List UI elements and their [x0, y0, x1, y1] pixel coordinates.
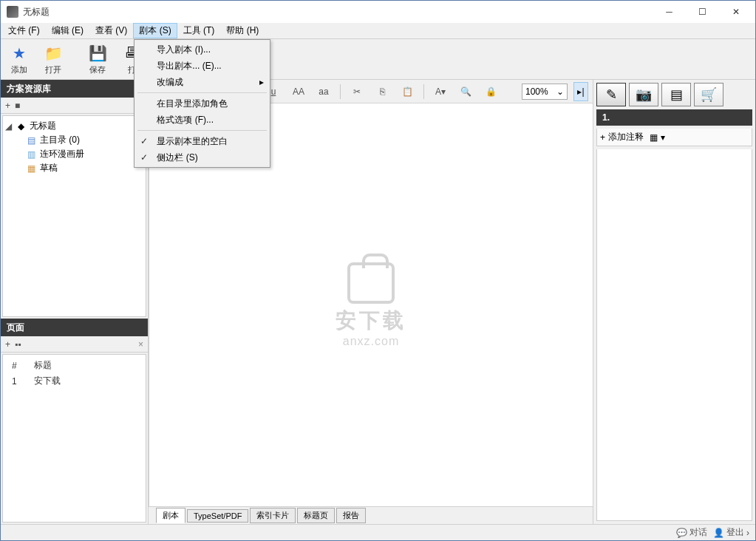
check-icon: ✓ — [140, 136, 148, 146]
menu-edit[interactable]: 编辑 (E) — [46, 23, 89, 38]
tab-report[interactable]: 报告 — [336, 508, 366, 523]
add-icon[interactable]: + — [600, 132, 605, 143]
diamond-icon: ◆ — [15, 120, 27, 132]
toggle-right-panel[interactable]: ▸| — [573, 82, 588, 101]
disk-icon: 💾 — [88, 44, 107, 63]
menu-script-label: 剧本 (S) — [139, 24, 171, 37]
chevron-right-icon: › — [746, 528, 749, 538]
add-icon[interactable]: + — [5, 101, 10, 111]
open-button[interactable]: 📁 打开 — [38, 42, 69, 77]
add-note-label[interactable]: 添加注释 — [608, 131, 644, 143]
menu-view[interactable]: 查看 (V) — [89, 23, 133, 38]
dd-separator — [137, 130, 267, 131]
folder-icon[interactable]: ■ — [15, 101, 20, 111]
lowercase-button[interactable]: aa — [312, 82, 336, 101]
dd-separator — [137, 92, 267, 93]
tree-root[interactable]: ◢ ◆ 无标题 — [4, 119, 144, 133]
dd-format-options[interactable]: 格式选项 (F)... — [136, 112, 268, 128]
tree-main-dir[interactable]: · ▤ 主目录 (0) — [4, 133, 144, 147]
menu-help[interactable]: 帮助 (H) — [220, 23, 265, 38]
main-toolbar: ★ 添加 📁 打开 💾 保存 🖶 打 — [1, 39, 755, 80]
page-panel-header: 页面 — [1, 319, 148, 336]
save-button[interactable]: 💾 保存 — [82, 42, 113, 77]
col-num: # — [9, 358, 31, 373]
add-icon[interactable]: + — [5, 339, 10, 350]
camera-tool[interactable]: 📷 — [629, 83, 658, 106]
lock-button[interactable]: 🔒 — [479, 82, 503, 101]
chevron-down-icon: ⌄ — [556, 86, 564, 97]
right-sidebar: ✎ 📷 ▤ 🛒 1. + 添加注释 ▦ ▾ — [593, 80, 755, 524]
menu-file[interactable]: 文件 (F) — [2, 23, 46, 38]
uppercase-button[interactable]: AA — [287, 82, 310, 101]
dd-recompile[interactable]: 改编成▸ — [136, 74, 268, 90]
check-icon: ✓ — [140, 152, 148, 163]
tab-script[interactable]: 剧本 — [156, 508, 185, 523]
status-bar: 💬 对话 👤 登出 › — [1, 524, 755, 540]
close-button[interactable]: ✕ — [719, 1, 752, 22]
color-grid-icon[interactable]: ▦ — [650, 132, 658, 143]
left-sidebar: 方案资源库 + ■ × ◢ ◆ 无标题 · ▤ 主目录 (0) · ▥ 连环漫画… — [1, 80, 149, 524]
project-panel-header: 方案资源库 — [1, 80, 148, 98]
tree-draft[interactable]: · ▦ 草稿 — [4, 161, 144, 175]
dd-export-script[interactable]: 导出剧本... (E)... — [136, 58, 268, 74]
close-panel-icon[interactable]: × — [138, 339, 143, 350]
right-section-header: 1. — [596, 109, 752, 126]
page-list[interactable]: # 标题 1 安下载 — [2, 354, 146, 523]
maximize-button[interactable]: ☐ — [686, 1, 719, 22]
doc-icon: ▤ — [25, 135, 37, 146]
cut-button[interactable]: ✂ — [345, 82, 369, 101]
book-icon: ▥ — [25, 149, 37, 160]
bag-icon — [347, 262, 395, 304]
page-panel-toolbar: + ▪▪ × — [1, 336, 148, 353]
status-logout[interactable]: 👤 登出 › — [713, 526, 749, 539]
status-chat[interactable]: 💬 对话 — [676, 526, 707, 539]
chevron-down-icon[interactable]: ▾ — [661, 132, 665, 143]
add-button[interactable]: ★ 添加 — [4, 42, 35, 77]
tree-comic[interactable]: · ▥ 连环漫画册 — [4, 147, 144, 161]
page-tool[interactable]: ▤ — [661, 83, 691, 106]
right-canvas[interactable] — [596, 149, 752, 521]
pen-tool[interactable]: ✎ — [596, 83, 626, 106]
project-tree[interactable]: ◢ ◆ 无标题 · ▤ 主目录 (0) · ▥ 连环漫画册 · ▦ 草稿 — [2, 115, 146, 317]
user-icon: 👤 — [713, 528, 724, 538]
title-bar: 无标题 ─ ☐ ✕ — [1, 1, 755, 23]
chevron-right-icon: ▸ — [259, 77, 264, 87]
dd-import-script[interactable]: 导入剧本 (I)... — [136, 41, 268, 58]
tab-title-page[interactable]: 标题页 — [297, 508, 335, 523]
page-row[interactable]: 1 安下载 — [9, 373, 140, 389]
page-header-row: # 标题 — [9, 358, 140, 373]
right-sub-toolbar: + 添加注释 ▦ ▾ — [596, 129, 752, 146]
chat-icon: 💬 — [676, 528, 687, 538]
star-icon: ★ — [10, 44, 29, 63]
menu-bar: 文件 (F) 编辑 (E) 查看 (V) 剧本 (S) 导入剧本 (I)... … — [1, 23, 755, 39]
collapse-icon[interactable]: ◢ — [4, 121, 12, 132]
dd-sidebar[interactable]: ✓侧边栏 (S) — [136, 149, 268, 166]
draft-icon: ▦ — [25, 163, 37, 174]
tab-typeset[interactable]: TypeSet/PDF — [187, 509, 248, 523]
right-tool-row: ✎ 📷 ▤ 🛒 — [596, 83, 752, 106]
folder-icon: 📁 — [44, 44, 63, 63]
font-button[interactable]: A▾ — [429, 82, 452, 101]
page-icon[interactable]: ▪▪ — [15, 339, 21, 350]
script-dropdown: 导入剧本 (I)... 导出剧本... (E)... 改编成▸ 在目录里添加角色… — [134, 39, 270, 168]
menu-tools[interactable]: 工具 (T) — [177, 23, 221, 38]
copy-button[interactable]: ⎘ — [370, 82, 394, 101]
dd-show-blank[interactable]: ✓显示剧本里的空白 — [136, 133, 268, 149]
window-title: 无标题 — [23, 6, 653, 18]
dd-add-role[interactable]: 在目录里添加角色 — [136, 95, 268, 112]
tab-index[interactable]: 索引卡片 — [250, 508, 296, 523]
cart-tool[interactable]: 🛒 — [694, 83, 723, 106]
project-panel-toolbar: + ■ × — [1, 98, 148, 114]
find-button[interactable]: 🔍 — [454, 82, 477, 101]
col-title: 标题 — [31, 358, 140, 373]
zoom-select[interactable]: 100% ⌄ — [522, 84, 568, 100]
watermark: 安下载 anxz.com — [336, 262, 406, 348]
minimize-button[interactable]: ─ — [653, 1, 686, 22]
paste-button[interactable]: 📋 — [395, 82, 419, 101]
menu-script[interactable]: 剧本 (S) 导入剧本 (I)... 导出剧本... (E)... 改编成▸ 在… — [133, 23, 177, 38]
bottom-tabs: 剧本 TypeSet/PDF 索引卡片 标题页 报告 — [149, 506, 593, 524]
app-icon — [7, 6, 18, 18]
main-area: 方案资源库 + ■ × ◢ ◆ 无标题 · ▤ 主目录 (0) · ▥ 连环漫画… — [1, 80, 755, 524]
